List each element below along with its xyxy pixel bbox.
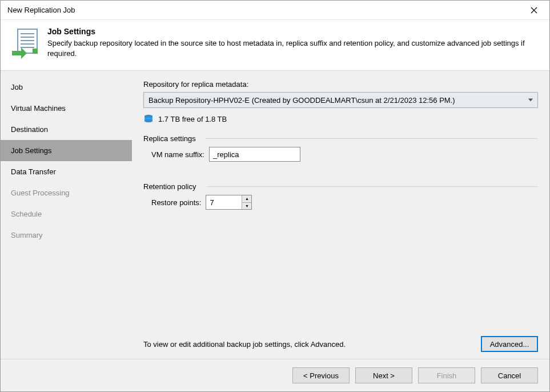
titlebar: New Replication Job: [1, 1, 549, 20]
repository-label: Repository for replica metadata:: [143, 80, 538, 89]
sidebar-item-data-transfer[interactable]: Data Transfer: [1, 161, 132, 182]
main-content: Repository for replica metadata: Backup …: [143, 80, 538, 336]
chevron-down-icon: [528, 99, 533, 102]
restore-points-input[interactable]: [206, 195, 242, 209]
previous-button[interactable]: < Previous: [292, 367, 350, 383]
sidebar-item-virtual-machines[interactable]: Virtual Machines: [1, 98, 132, 119]
advanced-row: To view or edit additional backup job se…: [143, 336, 538, 352]
repository-value: Backup Repository-HPHV02-E (Created by G…: [148, 96, 455, 105]
vm-suffix-input[interactable]: [209, 147, 300, 162]
finish-button[interactable]: Finish: [418, 367, 475, 383]
divider: [207, 186, 538, 187]
sidebar-item-guest-processing[interactable]: Guest Processing: [1, 182, 132, 203]
body: Job Virtual Machines Destination Job Set…: [1, 71, 549, 359]
advanced-hint: To view or edit additional backup job se…: [143, 340, 346, 349]
page-title: Job Settings: [47, 27, 539, 36]
header-text: Job Settings Specify backup repository l…: [47, 27, 539, 59]
sidebar-item-label: Guest Processing: [11, 189, 70, 197]
restore-points-stepper[interactable]: ▲ ▼: [206, 195, 252, 210]
sidebar: Job Virtual Machines Destination Job Set…: [1, 71, 132, 359]
header: Job Settings Specify backup repository l…: [1, 20, 549, 71]
sidebar-item-schedule[interactable]: Schedule: [1, 203, 132, 225]
spin-down-button[interactable]: ▼: [242, 203, 251, 210]
close-icon: [531, 7, 537, 14]
sidebar-item-label: Job Settings: [11, 146, 52, 155]
repository-dropdown[interactable]: Backup Repository-HPHV02-E (Created by G…: [143, 92, 538, 108]
cancel-button[interactable]: Cancel: [481, 367, 538, 383]
dialog-window: New Replication Job Job Settings Specify…: [0, 0, 550, 392]
database-icon: [143, 114, 154, 124]
sidebar-item-label: Summary: [11, 231, 43, 239]
sidebar-item-label: Schedule: [11, 210, 42, 218]
page-description: Specify backup repository located in the…: [47, 38, 539, 59]
sidebar-item-label: Data Transfer: [11, 167, 56, 176]
divider: [205, 138, 538, 139]
svg-rect-6: [33, 49, 38, 54]
next-button[interactable]: Next >: [355, 367, 412, 383]
suffix-label: VM name suffix:: [151, 150, 204, 159]
replica-settings-section: Replica settings VM name suffix:: [143, 134, 538, 162]
sidebar-item-job-settings[interactable]: Job Settings: [1, 140, 132, 161]
sidebar-item-summary[interactable]: Summary: [1, 225, 132, 246]
footer: < Previous Next > Finish Cancel: [1, 359, 549, 391]
close-button[interactable]: [525, 2, 543, 19]
main-panel: Repository for replica metadata: Backup …: [132, 71, 549, 359]
sidebar-item-label: Job: [11, 83, 23, 91]
sidebar-item-label: Destination: [11, 125, 48, 134]
window-title: New Replication Job: [7, 6, 75, 14]
retention-policy-section: Retention policy Restore points: ▲ ▼: [143, 182, 538, 210]
sidebar-item-label: Virtual Machines: [11, 104, 66, 113]
storage-info: 1.7 TB free of 1.8 TB: [143, 114, 538, 124]
spin-up-button[interactable]: ▲: [242, 195, 251, 203]
sidebar-item-destination[interactable]: Destination: [1, 119, 132, 140]
job-settings-icon: [11, 28, 38, 60]
advanced-button[interactable]: Advanced...: [481, 336, 538, 352]
sidebar-item-job[interactable]: Job: [1, 77, 132, 98]
restore-points-label: Restore points:: [151, 198, 201, 207]
storage-free-text: 1.7 TB free of 1.8 TB: [158, 115, 227, 123]
